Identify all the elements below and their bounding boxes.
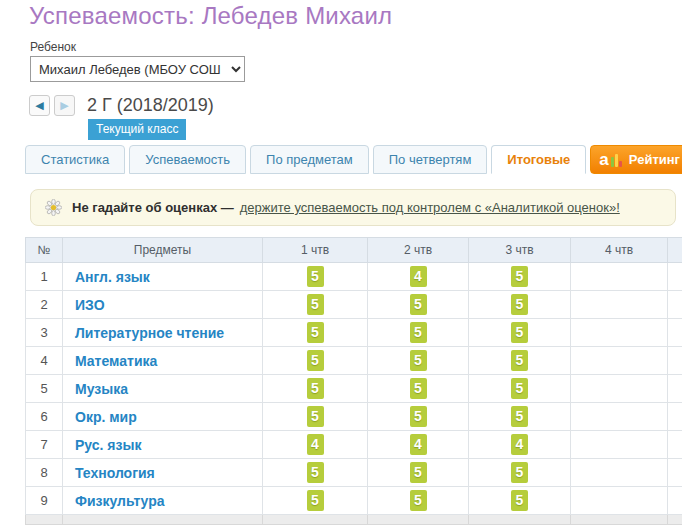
grade-badge[interactable]: 5: [410, 462, 427, 483]
grade-cell: 5: [469, 403, 571, 431]
grade-badge[interactable]: 4: [511, 434, 528, 455]
footer-cell: [63, 515, 263, 525]
grade-badge[interactable]: 5: [511, 266, 528, 287]
grade-cell: [668, 291, 682, 319]
tab-statistics[interactable]: Статистика: [25, 145, 125, 174]
page-title: Успеваемость: Лебедев Михаил: [29, 2, 392, 30]
column-header: Предметы: [63, 238, 263, 263]
grade-badge[interactable]: 5: [307, 350, 324, 371]
grade-badge[interactable]: 5: [511, 406, 528, 427]
subject-cell: Англ. язык: [63, 263, 263, 291]
table-row: 4Математика555: [26, 347, 682, 375]
child-select-label: Ребенок: [30, 40, 76, 54]
grade-cell: 4: [469, 431, 571, 459]
class-navigation: ◀ ▶ 2 Г (2018/2019): [29, 95, 214, 116]
subject-cell: Окр. мир: [63, 403, 263, 431]
grade-cell: 5: [263, 375, 368, 403]
grade-cell: 4: [263, 431, 368, 459]
grade-badge[interactable]: 5: [511, 490, 528, 511]
subject-link[interactable]: Математика: [75, 353, 157, 369]
grade-badge[interactable]: 5: [410, 490, 427, 511]
grade-badge[interactable]: 5: [410, 322, 427, 343]
grade-badge[interactable]: 5: [307, 266, 324, 287]
grade-badge[interactable]: 5: [307, 294, 324, 315]
grade-badge[interactable]: 5: [307, 490, 324, 511]
table-row: 3Литературное чтение555: [26, 319, 682, 347]
subject-link[interactable]: Музыка: [75, 381, 128, 397]
class-rating-label: Рейтинг в классе: [629, 152, 682, 167]
subject-cell: Рус. язык: [63, 431, 263, 459]
child-select[interactable]: Михаил Лебедев (МБОУ СОШ №5 с у: [30, 56, 245, 82]
grade-cell: 5: [263, 263, 368, 291]
grade-badge[interactable]: 4: [410, 434, 427, 455]
table-header-row: №Предметы1 чтв2 чтв3 чтв4 чтв: [26, 238, 682, 263]
previous-class-arrow-button[interactable]: ◀: [29, 95, 50, 116]
grade-badge[interactable]: 4: [410, 266, 427, 287]
tab-performance[interactable]: Успеваемость: [129, 145, 246, 174]
grade-badge[interactable]: 5: [410, 378, 427, 399]
grade-badge[interactable]: 5: [307, 322, 324, 343]
grade-badge[interactable]: 5: [511, 378, 528, 399]
tab-final[interactable]: Итоговые: [491, 145, 586, 174]
tabs-list: СтатистикаУспеваемостьПо предметамПо чет…: [25, 145, 590, 174]
grade-cell: 5: [368, 319, 469, 347]
row-number: 8: [26, 459, 63, 487]
grade-badge[interactable]: 5: [307, 378, 324, 399]
grade-badge[interactable]: 5: [511, 322, 528, 343]
tab-by-subjects[interactable]: По предметам: [250, 145, 369, 174]
subject-link[interactable]: Окр. мир: [75, 409, 137, 425]
grade-cell: 4: [368, 263, 469, 291]
grade-badge[interactable]: 5: [307, 406, 324, 427]
grade-cell: 5: [263, 403, 368, 431]
final-grades-table: №Предметы1 чтв2 чтв3 чтв4 чтв 1Англ. язы…: [25, 237, 682, 525]
grade-cell: [571, 431, 668, 459]
grade-badge[interactable]: 5: [410, 406, 427, 427]
grade-badge[interactable]: 5: [410, 350, 427, 371]
subject-link[interactable]: ИЗО: [75, 297, 105, 313]
table-row: 9Физкультура555: [26, 487, 682, 515]
grade-cell: 5: [263, 291, 368, 319]
subject-cell: Музыка: [63, 375, 263, 403]
grade-cell: [668, 319, 682, 347]
row-number: 7: [26, 431, 63, 459]
grade-cell: [668, 403, 682, 431]
grade-badge[interactable]: 5: [307, 462, 324, 483]
grade-cell: 5: [263, 459, 368, 487]
grade-cell: 5: [469, 459, 571, 487]
grade-cell: 5: [368, 375, 469, 403]
subject-link[interactable]: Технология: [75, 465, 155, 481]
column-header: №: [26, 238, 63, 263]
subject-cell: Математика: [63, 347, 263, 375]
subject-cell: Технология: [63, 459, 263, 487]
grade-cell: [668, 431, 682, 459]
analytics-promo-link[interactable]: держите успеваемость под контролем с «Ан…: [240, 200, 620, 215]
class-name: 2 Г (2018/2019): [87, 95, 214, 116]
column-header: 1 чтв: [263, 238, 368, 263]
grade-badge[interactable]: 5: [410, 294, 427, 315]
grade-cell: 4: [368, 431, 469, 459]
row-number: 3: [26, 319, 63, 347]
grade-badge[interactable]: 4: [307, 434, 324, 455]
arrow-left-icon: ◀: [35, 99, 43, 112]
grade-badge[interactable]: 5: [511, 350, 528, 371]
subject-link[interactable]: Литературное чтение: [75, 325, 224, 341]
grade-badge[interactable]: 5: [511, 294, 528, 315]
subject-link[interactable]: Рус. язык: [75, 437, 141, 453]
subject-cell: Физкультура: [63, 487, 263, 515]
grade-badge[interactable]: 5: [511, 462, 528, 483]
row-number: 2: [26, 291, 63, 319]
grade-analytics-logo-icon: a: [599, 152, 621, 167]
next-class-arrow-button[interactable]: ▶: [54, 95, 75, 116]
subject-link[interactable]: Англ. язык: [75, 269, 150, 285]
class-rating-button[interactable]: a Рейтинг в классе: [590, 145, 682, 174]
grade-cell: 5: [368, 291, 469, 319]
table-row: 2ИЗО555: [26, 291, 682, 319]
table-footer-row: [26, 515, 682, 525]
grade-cell: [668, 375, 682, 403]
grade-cell: [571, 291, 668, 319]
grade-cell: [668, 347, 682, 375]
tab-by-quarters[interactable]: По четвертям: [373, 145, 488, 174]
subject-link[interactable]: Физкультура: [75, 493, 165, 509]
promo-text: Не гадайте об оценках —: [72, 200, 234, 215]
tab-bar: СтатистикаУспеваемостьПо предметамПо чет…: [25, 145, 682, 174]
